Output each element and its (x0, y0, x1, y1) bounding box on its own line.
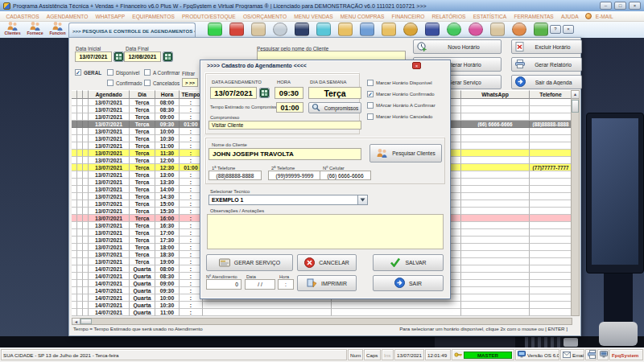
tecnico-dropdown[interactable]: EXEMPLO 1 (208, 195, 368, 205)
scroll-up-arrow[interactable]: ▲ (572, 91, 579, 99)
folder-compras-icon[interactable] (382, 23, 396, 36)
confirmado-checkbox[interactable]: Confirmado (107, 80, 142, 86)
menu-item-e-mail[interactable]: E-MAIL (592, 14, 617, 19)
menu-item-whatsapp[interactable]: WHATSAPP (92, 14, 129, 19)
column-header[interactable]: Telefone (530, 90, 572, 99)
table-row[interactable]: 14/07/2021Quarta11:00: (72, 309, 572, 316)
atend-data-input[interactable]: / / (245, 279, 275, 290)
atend-hora-input[interactable]: : (278, 279, 294, 290)
menu-item-ajuda[interactable]: AJUDA (557, 14, 582, 19)
coins-icon[interactable] (403, 23, 418, 36)
cell-flag (83, 128, 89, 135)
toolbar-funcionarios-button[interactable]: Funcion (47, 21, 68, 38)
data-final-input[interactable]: 12/08/2021 (124, 51, 161, 62)
data-inicial-input[interactable]: 13/07/2021 (75, 51, 112, 62)
stats-sphere-icon[interactable] (469, 23, 483, 36)
dialog-close-button[interactable]: × (412, 62, 421, 69)
gerar-servico-dialog-button[interactable]: GERAR SERVIÇO (206, 254, 293, 271)
imprimir-button[interactable]: IMPRIMIR (297, 275, 357, 291)
menu-item-estat-stica[interactable]: ESTATÍSTICA (469, 14, 510, 19)
chevron-down-icon[interactable] (357, 195, 367, 204)
dialog-calendar-button[interactable] (259, 88, 270, 98)
monitor-icon[interactable] (360, 23, 374, 36)
nome-cliente-input[interactable]: JOHN JOSEPH TRAVOLTA (208, 148, 361, 160)
vertical-scrollbar[interactable]: ▲ (571, 90, 580, 316)
whatsapp-icon[interactable] (208, 23, 222, 36)
cell-whatsapp (461, 150, 530, 157)
cell-dia: Terça (130, 258, 155, 265)
restore-button[interactable]: □ (614, 2, 626, 10)
minimize-button[interactable]: – (600, 2, 612, 10)
close-button[interactable]: × (629, 2, 641, 10)
menu-item-ferramentas[interactable]: FERRAMENTAS (510, 14, 558, 19)
menu-item-agendamento[interactable]: AGENDAMENTO (43, 14, 92, 19)
tools-box-icon[interactable] (490, 23, 505, 36)
horizontal-scrollbar[interactable]: ◄ (72, 318, 572, 325)
column-header[interactable]: Hora (155, 90, 180, 99)
sair-button[interactable]: SAIR (373, 275, 444, 291)
dialog-checkbox-2[interactable]: ✓Marcar Horário Confirmado (367, 91, 435, 97)
column-header[interactable] (77, 90, 83, 99)
gerar-relatorio-button[interactable]: Gerar Relatório (511, 57, 582, 72)
agenda-calendar-icon[interactable] (229, 23, 244, 36)
scroll-left-arrow[interactable]: ◄ (72, 319, 80, 324)
person-orange-icon[interactable] (512, 23, 526, 36)
equipment-box-icon[interactable] (251, 23, 266, 36)
column-header[interactable]: Agendado (89, 90, 130, 99)
column-header[interactable]: WhatsApp (461, 90, 530, 99)
menu-item-cadastros[interactable]: CADASTROS (2, 14, 43, 19)
hora-input[interactable]: 09:30 (275, 87, 303, 99)
data-final-calendar-button[interactable] (163, 51, 173, 62)
dialog-checkbox-4[interactable]: Marcar Horário Cancelado (367, 113, 432, 120)
menu-item-equipamentos[interactable]: EQUIPAMENTOS (129, 14, 179, 19)
menu-item-os-or-amento[interactable]: OS/ORÇAMENTO (239, 14, 290, 19)
geral-checkbox[interactable]: ✓ GERAL (75, 69, 101, 76)
cancelar-button[interactable]: CANCELAR (297, 254, 357, 271)
dialog-checkbox-1[interactable]: Marcar Horário Disponível (367, 80, 432, 86)
exit-green-icon[interactable] (534, 23, 548, 36)
cancelados-checkbox[interactable]: Cancelados (144, 80, 180, 86)
disponivel-checkbox[interactable]: Disponível (107, 69, 139, 76)
orcamento-icon[interactable] (316, 23, 331, 36)
cell-flag (72, 135, 77, 142)
menu-item-relat-rios[interactable]: RELATÓRIOS (428, 14, 469, 19)
table-row[interactable]: 14/07/2021Quarta10:30: (72, 302, 572, 309)
a-confirmar-checkbox[interactable]: A Confirmar (144, 69, 180, 76)
menu-item-menu-vendas[interactable]: MENU VENDAS (291, 14, 337, 19)
tel2-input[interactable]: (99)99999-9999 (268, 171, 321, 180)
globe-green-icon[interactable] (447, 23, 461, 36)
data-inicial-calendar-button[interactable] (114, 51, 124, 62)
compromisso-input[interactable]: Visitar Cliente (208, 121, 361, 130)
scroll-thumb[interactable] (80, 319, 92, 324)
window-close-button[interactable]: × (563, 25, 574, 34)
toolbar-fornecedores-button[interactable]: Fornece (24, 21, 46, 38)
n-atendimento-input[interactable]: 0 (206, 279, 242, 290)
column-header[interactable]: Dia (130, 90, 155, 99)
celular-input[interactable]: (66) 6666-6666 (320, 171, 371, 180)
filtro-dropdown-fragment[interactable]: > >> (182, 78, 198, 87)
toolbar-clientes-button[interactable]: Clientes (2, 21, 23, 38)
salvar-button[interactable]: SALVAR (373, 254, 444, 271)
data-agendamento-input[interactable]: 13/07/2021 (210, 87, 257, 99)
novo-horario-button[interactable]: Novo Horário (413, 39, 502, 54)
tempo-estimado-input[interactable]: 01:00 (276, 102, 303, 113)
column-header[interactable] (72, 90, 77, 99)
dialog-checkbox-3[interactable]: MArcar Horário A Confirmar (367, 102, 436, 109)
search-icon[interactable] (273, 23, 287, 36)
os-icon[interactable] (295, 23, 309, 36)
chart-icon[interactable] (425, 23, 440, 36)
excluir-horario-button[interactable]: Excluir Horário (511, 39, 582, 54)
tel1-input[interactable]: (88)88888-8888 (208, 171, 262, 180)
menu-item-menu-compras[interactable]: MENU COMPRAS (336, 14, 388, 19)
compromissos-button[interactable]: Compromissos (308, 102, 361, 113)
window-help-button[interactable]: ? (550, 25, 561, 34)
scroll-thumb[interactable] (572, 100, 579, 113)
folder-vendas-icon[interactable] (338, 23, 353, 36)
sair-agenda-button[interactable]: Sair da Agenda (511, 75, 582, 89)
status-ins: Ins (382, 349, 394, 360)
menu-item-financeiro[interactable]: FINANCEIRO (388, 14, 428, 19)
observacoes-textarea[interactable] (207, 214, 444, 249)
pesquisar-clientes-button[interactable]: Pesquisar Clientes (369, 144, 442, 162)
menu-item-produto-estoque[interactable]: PRODUTO/ESTOQUE (178, 14, 239, 19)
column-header[interactable] (83, 90, 89, 99)
